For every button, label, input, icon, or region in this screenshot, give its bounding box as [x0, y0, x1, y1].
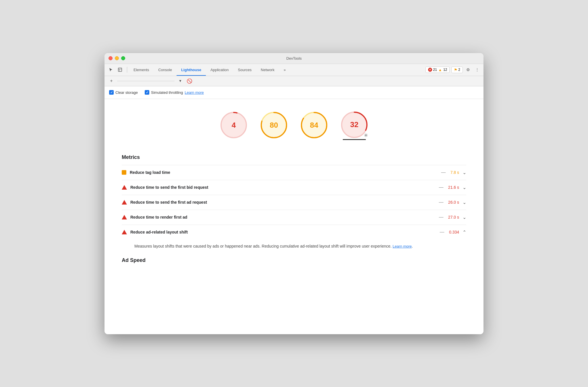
- toolbar-left: [107, 66, 129, 74]
- nav-tabs: Elements Console Lighthouse Application …: [129, 64, 425, 76]
- red-triangle-icon-3: [122, 200, 127, 205]
- tab-lighthouse[interactable]: Lighthouse: [177, 64, 206, 76]
- tab-more[interactable]: »: [279, 64, 290, 76]
- metric-row-5[interactable]: Reduce ad-related layout shift — 0.334 ⌃: [122, 225, 466, 240]
- period: .: [412, 244, 413, 248]
- scores-section: 4 80: [105, 99, 483, 149]
- error-icon: ✕: [428, 68, 432, 72]
- tab-application[interactable]: Application: [206, 64, 233, 76]
- window-title: DevTools: [286, 56, 301, 61]
- metric-value-4: 27.0 s: [448, 215, 459, 219]
- cursor-icon[interactable]: [107, 66, 115, 74]
- throttling-group: Simulated throttling Learn more: [145, 90, 204, 95]
- score-value-2: 80: [270, 121, 278, 130]
- options-bar: Clear storage Simulated throttling Learn…: [105, 86, 483, 99]
- svg-rect-0: [118, 68, 122, 71]
- clear-storage-label: Clear storage: [115, 90, 138, 95]
- metric-label-5: Reduce ad-related layout shift: [130, 230, 437, 234]
- tab-console[interactable]: Console: [154, 64, 177, 76]
- main-toolbar: Elements Console Lighthouse Application …: [105, 64, 483, 76]
- errors-badge[interactable]: ✕ 21 ▲ 12: [425, 67, 450, 73]
- info-icon: ⚑: [454, 68, 457, 72]
- metric-sep-2: —: [438, 185, 445, 190]
- score-value-3: 84: [310, 121, 318, 130]
- plugin-icon: ✳: [364, 132, 368, 139]
- metric-label-4: Reduce time to render first ad: [130, 215, 436, 219]
- throttling-label: Simulated throttling: [151, 90, 183, 95]
- tab-sources[interactable]: Sources: [233, 64, 256, 76]
- score-circle-3[interactable]: 84: [300, 111, 328, 139]
- metric-label-1: Reduce tag load time: [130, 170, 439, 175]
- metric-expanded-5: Reduce ad-related layout shift — 0.334 ⌃…: [122, 225, 466, 252]
- toolbar-divider: [127, 67, 127, 73]
- metric-label-3: Reduce time to send the first ad request: [130, 200, 436, 205]
- tab-elements[interactable]: Elements: [129, 64, 154, 76]
- metric-sep-4: —: [438, 215, 445, 220]
- metric-row-3[interactable]: Reduce time to send the first ad request…: [122, 195, 466, 210]
- orange-square-icon: [122, 170, 126, 175]
- clear-storage-group: Clear storage: [109, 90, 138, 95]
- metric-row-4[interactable]: Reduce time to render first ad — 27.0 s …: [122, 210, 466, 225]
- metric-row-2[interactable]: Reduce time to send the first bid reques…: [122, 180, 466, 195]
- score-value-4: 32: [350, 120, 359, 129]
- maximize-button[interactable]: [121, 56, 125, 60]
- red-triangle-icon-4: [122, 215, 127, 219]
- warning-triangle-icon: ▲: [438, 68, 442, 72]
- score-circle-4[interactable]: 32 ✳: [340, 110, 369, 139]
- main-content: 4 80: [105, 99, 483, 334]
- traffic-lights: [109, 56, 125, 60]
- layout-shift-learn-more-link[interactable]: Learn more: [393, 244, 412, 248]
- metric-value-3: 26.0 s: [448, 200, 459, 205]
- chevron-down-icon-1: ⌄: [463, 170, 466, 175]
- settings-icon[interactable]: ⚙: [464, 66, 472, 74]
- score-circle-1[interactable]: 4: [219, 111, 248, 139]
- ad-speed-title: Ad Speed: [122, 252, 466, 269]
- close-button[interactable]: [109, 56, 113, 60]
- info-badge[interactable]: ⚑ 2: [451, 67, 463, 73]
- throttling-learn-more-link[interactable]: Learn more: [185, 90, 204, 95]
- sub-divider: [117, 81, 175, 81]
- more-options-icon[interactable]: ⋮: [473, 66, 481, 74]
- minimize-button[interactable]: [115, 56, 119, 60]
- metric-sep-3: —: [438, 200, 445, 205]
- metric-value-1: 7.8 s: [450, 170, 459, 175]
- sub-toolbar: + ▼ 🚫: [105, 76, 483, 86]
- no-entry-icon[interactable]: 🚫: [186, 77, 193, 84]
- add-button[interactable]: +: [108, 77, 115, 84]
- red-triangle-icon-2: [122, 185, 127, 190]
- chevron-up-icon-5: ⌃: [463, 230, 466, 235]
- toolbar-right: ✕ 21 ▲ 12 ⚑ 2 ⚙ ⋮: [425, 66, 481, 74]
- metric-description-5: Measures layout shifts that were caused …: [134, 244, 393, 248]
- inspect-icon[interactable]: [116, 66, 124, 74]
- red-triangle-icon-5: [122, 230, 127, 234]
- titlebar: DevTools: [105, 53, 483, 64]
- metric-label-2: Reduce time to send the first bid reques…: [130, 185, 436, 190]
- metric-row-1[interactable]: Reduce tag load time — 7.8 s ⌄: [122, 165, 466, 180]
- metrics-section: Metrics Reduce tag load time — 7.8 s ⌄ R…: [105, 149, 483, 252]
- score-value-1: 4: [232, 121, 236, 130]
- metric-sep-1: —: [440, 170, 447, 175]
- devtools-window: DevTools Elements Cons: [105, 53, 483, 334]
- metric-value-2: 21.6 s: [448, 185, 459, 190]
- tab-network[interactable]: Network: [256, 64, 279, 76]
- metric-expanded-body-5: Measures layout shifts that were caused …: [122, 240, 466, 252]
- chevron-down-icon-2: ⌄: [463, 185, 466, 190]
- metric-sep-5: —: [438, 230, 446, 235]
- ad-speed-section: Ad Speed: [105, 252, 483, 269]
- chevron-down-icon-3: ⌄: [463, 200, 466, 205]
- metrics-title: Metrics: [122, 149, 466, 165]
- clear-storage-checkbox[interactable]: [109, 90, 114, 95]
- dropdown-icon[interactable]: ▼: [177, 77, 184, 84]
- chevron-down-icon-4: ⌄: [463, 215, 466, 220]
- score-circle-2[interactable]: 80: [260, 111, 288, 139]
- throttling-checkbox[interactable]: [145, 90, 149, 95]
- metric-value-5: 0.334: [449, 230, 459, 234]
